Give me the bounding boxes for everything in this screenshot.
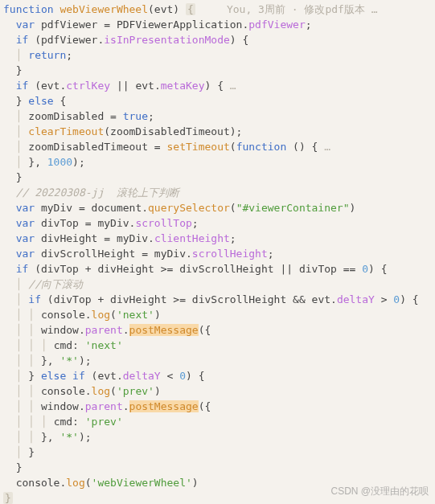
prop-pdfViewer: pdfViewer (248, 18, 305, 31)
id: window (41, 400, 79, 412)
str-star: '*' (60, 354, 78, 367)
fn-name: webViewerWheel (60, 3, 148, 15)
id-console: console (41, 309, 85, 321)
kw-else: else (41, 370, 66, 382)
kw-true: true (123, 110, 148, 122)
str-next: 'next' (117, 309, 154, 321)
id-pdfViewer: pdfViewer (41, 18, 97, 31)
kw-if: if (28, 293, 41, 305)
prop-ctrlKey: ctrlKey (66, 80, 110, 92)
fn-setTimeout: setTimeout (167, 141, 230, 153)
str-prev: 'prev' (117, 385, 154, 397)
param-evt: evt (154, 3, 173, 15)
id: pdfViewer (41, 34, 97, 46)
id-document: document (92, 202, 142, 214)
blame-annotation: You, 3周前 · 修改pdf版本 … (227, 3, 378, 15)
comment-scroll: // 20220308-jj 滚轮上下判断 (16, 186, 179, 199)
id-divScrollHeight: divScrollHeight (41, 248, 135, 260)
id-myDiv: myDiv (41, 202, 72, 214)
fn-postMessage: postMessage (129, 324, 199, 336)
fn-querySelector: querySelector (148, 202, 230, 214)
kw-if: if (72, 370, 85, 382)
prop-cmd: cmd (54, 339, 72, 351)
str: '*' (60, 431, 78, 443)
id: evt (97, 370, 116, 382)
id: divTop (41, 263, 79, 275)
prop: deltaY (123, 370, 161, 382)
num: 0 (393, 293, 400, 305)
code-block: function webViewerWheel(evt) { You, 3周前 … (0, 0, 435, 504)
str-next-v: 'next' (85, 339, 123, 351)
kw-var: var (16, 202, 35, 214)
id: myDiv (117, 232, 148, 244)
id-zoomDisabled: zoomDisabled (28, 110, 104, 122)
fn-log: log (92, 309, 110, 321)
kw-return: return (28, 49, 66, 61)
comment-down: //向下滚动 (28, 278, 83, 290)
prop-deltaY: deltaY (337, 293, 375, 305)
kw-function: function (236, 141, 287, 153)
id: divTop (54, 293, 92, 305)
id: evt (135, 80, 154, 92)
kw-function: function (3, 3, 54, 15)
id: myDiv (97, 217, 129, 229)
prop: cmd (54, 416, 72, 428)
id-divHeight: divHeight (41, 232, 97, 244)
fn-clearTimeout: clearTimeout (28, 125, 104, 137)
prop-clientHeight: clientHeight (154, 232, 230, 244)
kw-if: if (16, 34, 29, 46)
id: divTop (299, 263, 337, 275)
id: zoomDisabledTimeout (110, 125, 230, 137)
prop-isInPresentationMode: isInPresentationMode (104, 34, 230, 46)
id-divTop: divTop (41, 217, 79, 229)
id-zdt: zoomDisabledTimeout (28, 141, 148, 153)
kw-var: var (16, 18, 35, 31)
kw-if: if (16, 263, 29, 275)
id: divHeight (110, 293, 166, 305)
id: evt (41, 80, 60, 92)
id: divScrollHeight (192, 293, 286, 305)
id-app: PDFViewerApplication (117, 18, 243, 31)
kw-var: var (16, 217, 35, 229)
id: console (16, 477, 60, 489)
str-prev-v: 'prev' (85, 416, 123, 428)
id: console (41, 385, 85, 397)
fold-brace: { (186, 3, 195, 15)
prop-parent: parent (85, 324, 123, 336)
str-selector: "#viewerContainer" (236, 202, 350, 214)
id: divScrollHeight (179, 263, 273, 275)
kw-else: else (28, 95, 53, 107)
num-0: 0 (362, 263, 368, 275)
fn: log (92, 385, 110, 397)
num: 0 (179, 370, 186, 382)
fold-brace-close: } (3, 492, 13, 504)
fn-postMessage: postMessage (129, 400, 199, 412)
fn: log (66, 477, 84, 489)
kw-var: var (16, 248, 35, 260)
kw-var: var (16, 232, 35, 244)
prop-metaKey: metaKey (161, 80, 205, 92)
id-window: window (41, 324, 79, 336)
kw-if: if (16, 80, 29, 92)
str-wvw: 'webViewerWheel' (92, 477, 192, 489)
num-1000: 1000 (47, 156, 72, 168)
id: myDiv (154, 248, 186, 260)
id: divHeight (97, 263, 154, 275)
prop-scrollTop: scrollTop (135, 217, 191, 229)
prop-scrollHeight: scrollHeight (192, 248, 268, 260)
id: evt (312, 293, 330, 305)
prop: parent (85, 400, 123, 412)
